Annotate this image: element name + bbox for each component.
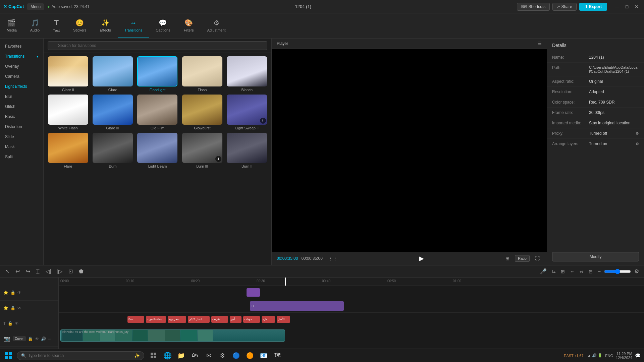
- notification-button[interactable]: 💬: [635, 353, 641, 358]
- text-clip-pro[interactable]: Pro: [127, 316, 144, 323]
- app7-icon[interactable]: 🟠: [244, 350, 256, 362]
- timeline-settings-icon[interactable]: ⚙: [633, 267, 641, 276]
- nav-transitions[interactable]: Transitions ▾: [0, 51, 43, 61]
- nav-mask[interactable]: Mask: [0, 142, 43, 152]
- text-clip-3[interactable]: صحن بزيد: [168, 316, 186, 323]
- toolbar-captions[interactable]: 💬 Captions: [149, 13, 177, 38]
- toolbar-transitions[interactable]: ↔ Transitions: [118, 13, 149, 38]
- video-eye-icon[interactable]: 👁: [35, 337, 39, 341]
- playhead[interactable]: [285, 278, 286, 286]
- chrome-icon[interactable]: 🔵: [230, 350, 242, 362]
- mic-button[interactable]: 🎤: [538, 267, 548, 276]
- transition-burn2[interactable]: Burn II: [226, 133, 268, 168]
- transition-burn3[interactable]: ⬇ Burn III: [181, 133, 223, 168]
- nav-split[interactable]: Split: [0, 152, 43, 162]
- toolbar-adjustment[interactable]: ⚙ Adjustment: [201, 13, 232, 38]
- transition-glare[interactable]: Glare: [92, 56, 133, 92]
- nav-light-effects[interactable]: Light Effects: [0, 81, 43, 92]
- video-more-icon[interactable]: ···: [48, 337, 51, 341]
- video-audio-icon[interactable]: 🔊: [41, 337, 46, 341]
- transition-glowburst[interactable]: Glowburst: [181, 95, 223, 130]
- toolbar-filters[interactable]: 🎨 Filters: [177, 13, 201, 38]
- transition-burn[interactable]: Burn: [92, 133, 133, 168]
- nav-slide[interactable]: Slide: [0, 132, 43, 142]
- track3-lock-icon[interactable]: 🔒: [8, 321, 13, 326]
- share-button[interactable]: ↗ Share: [552, 3, 576, 11]
- edge-browser-icon[interactable]: 🌐: [161, 350, 173, 362]
- nav-distortion[interactable]: Distortion: [0, 122, 43, 132]
- transition-floodlight[interactable]: Floodlight: [137, 56, 178, 92]
- task-view-button[interactable]: [148, 350, 160, 362]
- tl-tool1[interactable]: ⇆: [550, 268, 557, 275]
- overlay-clip[interactable]: Li...: [250, 301, 344, 311]
- transition-old-film[interactable]: Old Film: [137, 95, 178, 130]
- toolbar-text[interactable]: T Text: [46, 13, 66, 38]
- cover-button[interactable]: Cover: [13, 336, 26, 341]
- undo-button[interactable]: ↩: [14, 267, 21, 276]
- tl-tool5[interactable]: ⊟: [587, 268, 594, 275]
- search-input[interactable]: [48, 41, 267, 50]
- transition-light-sweep2[interactable]: ⬇ Light Sweep II: [226, 95, 268, 130]
- taskbar-search[interactable]: 🔍 ✨: [17, 351, 144, 360]
- text-clip-8[interactable]: مازه: [262, 316, 275, 323]
- track1-star-icon[interactable]: ⭐: [3, 290, 8, 295]
- menu-button[interactable]: Menu: [27, 3, 44, 10]
- track1-lock-icon[interactable]: 🔒: [10, 290, 15, 295]
- minimize-button[interactable]: ─: [613, 3, 621, 11]
- tl-tool2[interactable]: ⊞: [559, 268, 567, 275]
- trim-right-tool[interactable]: |▷: [55, 267, 64, 276]
- track3-eye-icon[interactable]: 👁: [15, 321, 19, 326]
- tl-tool3[interactable]: ↔: [568, 268, 576, 275]
- nav-camera[interactable]: Camera: [0, 71, 43, 81]
- transition-light-beam[interactable]: Light Beam: [137, 133, 178, 168]
- text-clip-2[interactable]: بضاعة الصوت: [146, 316, 166, 323]
- nav-glitch[interactable]: Glitch: [0, 102, 43, 112]
- ratio-button[interactable]: Ratio: [515, 255, 530, 262]
- download-icon[interactable]: ⬇: [260, 118, 266, 124]
- app9-icon[interactable]: 🗺: [271, 350, 283, 362]
- fullscreen-icon[interactable]: ⊞: [503, 255, 512, 262]
- play-button[interactable]: ▶: [419, 255, 424, 262]
- tl-tool4[interactable]: ⇔: [578, 268, 585, 275]
- text-clip-5[interactable]: تكرمت: [211, 316, 228, 323]
- transition-glare3[interactable]: Glare III: [92, 95, 133, 130]
- export-button[interactable]: ⬆ Export: [579, 3, 607, 11]
- text-clip-7[interactable]: جودات: [243, 316, 260, 323]
- track3-text-icon[interactable]: T: [3, 321, 6, 326]
- shortcuts-button[interactable]: ⌨ Shortcuts: [517, 3, 550, 11]
- proxy-settings-icon[interactable]: ⚙: [636, 131, 639, 136]
- transition-flash[interactable]: Flash: [181, 56, 223, 92]
- track2-lock-icon[interactable]: 🔒: [10, 306, 15, 310]
- toolbar-stickers[interactable]: 😊 Stickers: [66, 13, 93, 38]
- arrange-settings-icon[interactable]: ⚙: [636, 142, 639, 146]
- toolbar-audio[interactable]: 🎵 Audio: [23, 13, 46, 38]
- mail-icon[interactable]: ✉: [203, 350, 215, 362]
- transition-blanch[interactable]: Blanch: [226, 56, 268, 92]
- download-icon[interactable]: ⬇: [215, 156, 221, 162]
- start-button[interactable]: [0, 349, 17, 362]
- app8-icon[interactable]: 📧: [258, 350, 270, 362]
- close-button[interactable]: ✕: [633, 3, 641, 11]
- track2-eye-icon[interactable]: 👁: [17, 306, 21, 310]
- zoom-slider[interactable]: [604, 269, 631, 274]
- settings-icon[interactable]: ⚙: [216, 350, 228, 362]
- toolbar-media[interactable]: 🎬 Media: [0, 13, 23, 38]
- tray-icons[interactable]: ▲ 🔊 🔋: [587, 353, 602, 358]
- nav-favorites[interactable]: Favorites: [0, 41, 43, 51]
- transition-white-flash[interactable]: White Flash: [47, 95, 89, 130]
- text-clip-6[interactable]: أمير: [230, 316, 241, 323]
- maximize-button[interactable]: □: [623, 3, 631, 11]
- redo-button[interactable]: ↪: [24, 267, 32, 276]
- nav-basic[interactable]: Basic: [0, 112, 43, 122]
- transition-glare2[interactable]: Glare II: [47, 56, 89, 92]
- zoom-out-button[interactable]: −: [596, 267, 602, 276]
- purple-clip[interactable]: [247, 288, 260, 297]
- transition-flare[interactable]: Flare: [47, 133, 89, 168]
- crop-tool[interactable]: ⊡: [67, 267, 74, 276]
- file-explorer-icon[interactable]: 📁: [175, 350, 187, 362]
- video-lock-icon[interactable]: 🔒: [28, 337, 33, 341]
- keyframe-tool[interactable]: ⬟: [77, 267, 85, 276]
- nav-overlay[interactable]: Overlay: [0, 61, 43, 71]
- toolbar-effects[interactable]: ✨ Effects: [93, 13, 117, 38]
- track1-eye-icon[interactable]: 👁: [17, 290, 21, 295]
